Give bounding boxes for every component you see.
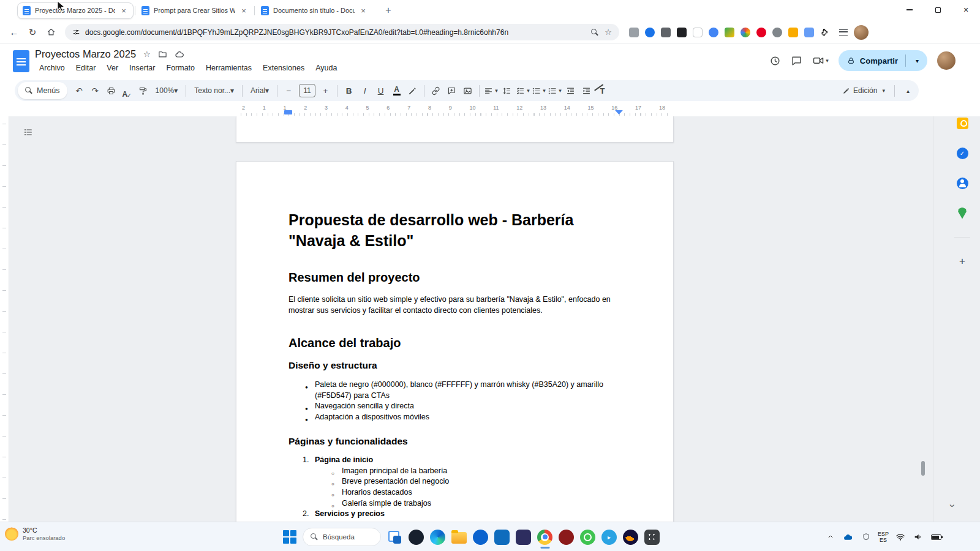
document-name[interactable]: Proyectos Marzo 2025 [35,48,136,60]
add-addon-icon[interactable]: + [959,255,965,268]
line-spacing-button[interactable] [499,83,514,99]
extension-icon[interactable] [725,28,734,37]
add-comment-button[interactable] [444,83,459,99]
clear-formatting-button[interactable]: T [595,83,610,99]
url-input[interactable]: docs.google.com/document/d/1BPQFYhJ9mLZp… [65,24,619,40]
app-icon-blue-square[interactable] [494,530,510,545]
search-menus-button[interactable]: Menús [18,82,67,99]
app-icon-blue[interactable] [473,530,488,545]
menu-ayuda[interactable]: Ayuda [311,62,341,73]
menu-extensiones[interactable]: Extensiones [258,62,309,73]
extension-icon[interactable] [709,28,718,37]
close-window-button[interactable]: × [952,0,980,20]
spellcheck-button[interactable]: A✓ [119,83,135,99]
tab-documento-sin-titulo[interactable]: Documento sin título - Docum × [256,2,372,19]
lens-search-icon[interactable] [591,29,598,36]
app-icon-dark[interactable] [409,530,424,545]
tab-proyectos-marzo[interactable]: Proyectos Marzo 2025 - Docum × [17,2,134,19]
site-info-icon[interactable] [72,28,80,36]
menu-ver[interactable]: Ver [102,62,123,73]
app-icon-violet[interactable] [516,530,531,545]
extension-icon[interactable] [677,28,687,37]
tab-close-icon[interactable]: × [119,6,128,15]
taskbar-search[interactable]: Búsqueda [303,528,381,546]
contacts-icon[interactable] [956,177,968,189]
edge-icon[interactable] [430,530,445,545]
undo-button[interactable]: ↶ [72,83,87,99]
extension-icon[interactable] [629,28,639,37]
security-shield-icon[interactable] [860,531,872,543]
bulleted-list-button[interactable]: ▾ [531,83,546,99]
previous-page-bottom[interactable] [236,116,674,143]
insert-link-button[interactable] [428,83,443,99]
horizontal-ruler[interactable]: 21 12 34 56 78 910 1112 1314 1516 1718 [0,103,980,116]
weather-widget[interactable]: 30°C Parc ensolarado [5,527,65,541]
extension-icon[interactable] [741,28,750,37]
redo-button[interactable]: ↷ [88,83,103,99]
browser-profile-avatar[interactable] [854,25,869,40]
bold-button[interactable]: B [341,83,356,99]
chevron-down-icon[interactable]: ▾ [826,58,829,64]
decrease-font-size-button[interactable]: − [281,83,296,99]
wifi-icon[interactable] [894,531,907,543]
minimize-button[interactable] [895,0,924,20]
font-select[interactable]: Arial▾ [246,83,273,99]
telegram-icon[interactable]: ▸ [601,530,617,545]
restore-button[interactable] [924,0,952,20]
version-history-icon[interactable] [769,55,781,67]
star-document-icon[interactable]: ☆ [143,50,151,59]
increase-indent-button[interactable] [579,83,594,99]
cloud-saved-icon[interactable] [175,50,184,59]
insert-image-button[interactable] [460,83,475,99]
account-avatar[interactable] [937,51,956,70]
app-grid-icon[interactable] [644,530,660,545]
underline-button[interactable]: U [373,83,388,99]
menu-archivo[interactable]: Archivo [35,62,69,73]
menu-editar[interactable]: Editar [72,62,100,73]
google-docs-logo[interactable] [13,50,29,72]
move-folder-icon[interactable] [158,50,167,59]
chrome-icon[interactable] [537,530,552,545]
extension-icon[interactable] [788,28,798,37]
checklist-button[interactable]: ▾ [515,83,530,99]
hidden-icons-chevron-icon[interactable] [824,531,837,543]
vertical-ruler[interactable] [0,116,9,522]
extension-icon[interactable] [756,28,766,37]
decrease-indent-button[interactable] [563,83,578,99]
refresh-icon[interactable]: ↻ [24,24,40,40]
whatsapp-icon[interactable] [580,530,595,545]
home-icon[interactable] [43,24,59,40]
highlight-color-button[interactable] [405,83,420,99]
extension-icon[interactable] [645,28,655,37]
text-color-button[interactable]: A [389,83,404,99]
bookmark-star-icon[interactable]: ☆ [605,28,612,37]
extensions-puzzle-icon[interactable] [820,28,829,37]
italic-button[interactable]: I [357,83,372,99]
keep-icon[interactable] [956,117,968,129]
tab-close-icon[interactable]: × [359,6,368,15]
browser-menu-icon[interactable] [839,29,848,36]
volume-icon[interactable] [912,531,924,543]
share-options-caret-icon[interactable]: ▾ [911,58,924,64]
language-indicator[interactable]: ESP ES [878,531,889,544]
new-tab-button[interactable]: + [381,3,396,18]
maps-icon[interactable] [956,207,968,219]
extension-icon[interactable] [772,28,782,37]
print-button[interactable] [104,83,119,99]
paint-format-button[interactable] [135,83,151,99]
tab-close-icon[interactable]: × [239,6,248,15]
font-size-input[interactable]: 11 [299,84,315,97]
menu-herramientas[interactable]: Herramientas [202,62,256,73]
app-icon-red[interactable] [559,530,574,545]
onedrive-cloud-icon[interactable] [842,531,854,543]
back-icon[interactable]: ← [6,24,22,40]
extension-icon[interactable] [661,28,671,37]
extension-icon[interactable] [804,28,814,37]
document-page[interactable]: Propuesta de desarrollo web - Barbería "… [236,161,674,522]
meet-video-icon[interactable]: ▾ [812,54,829,67]
tab-prompt-sitios[interactable]: Prompt para Crear Sitios Web - × [137,2,253,19]
paragraph-style-select[interactable]: Texto nor...▾ [190,83,238,99]
start-button[interactable] [283,530,296,544]
extension-icon[interactable] [693,28,703,37]
share-button[interactable]: Compartir ▾ [839,50,927,71]
